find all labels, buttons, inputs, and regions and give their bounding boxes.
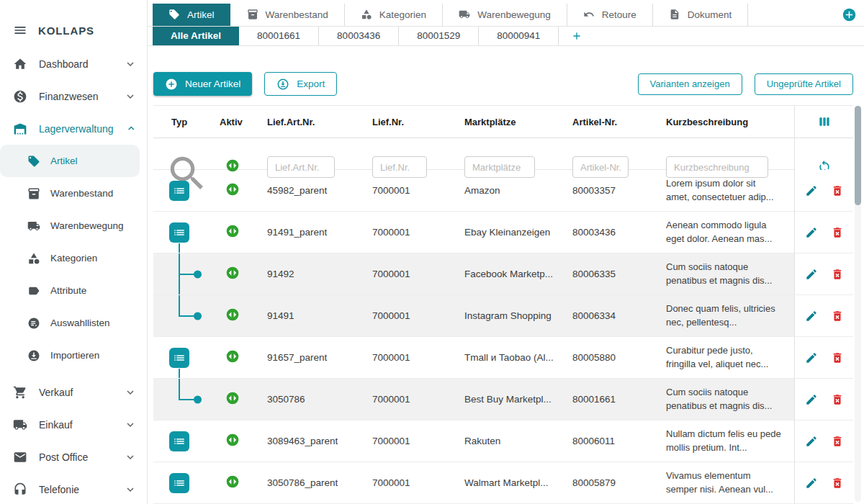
article-subtab[interactable]: 80001661 <box>239 27 318 45</box>
parent-article-list-icon[interactable] <box>169 348 189 368</box>
active-status-icon[interactable] <box>225 474 240 489</box>
article-subtab[interactable]: Alle Artikel <box>153 27 239 45</box>
tab-kategorien[interactable]: Kategorien <box>344 4 442 26</box>
category-icon <box>27 252 40 265</box>
table-row[interactable]: 3050786 7000001 Best Buy Marketpl... 800… <box>153 379 853 420</box>
table-row[interactable]: 45982_parent 7000001 Amazon 80003357 Lor… <box>153 170 853 212</box>
tag-icon <box>168 9 180 20</box>
delete-icon[interactable] <box>831 393 844 406</box>
sidebar-item-telefonie[interactable]: Telefonie <box>0 473 147 504</box>
delete-icon[interactable] <box>831 477 844 490</box>
table-row[interactable]: 91492 7000001 Facebook Marketp... 800063… <box>153 253 853 295</box>
sidebar-item-label: Lagerverwaltung <box>39 123 114 135</box>
parent-article-list-icon[interactable] <box>169 473 189 493</box>
sidebar-item-label: Warenbestand <box>50 188 140 199</box>
article-subtab[interactable]: 80003436 <box>318 27 398 45</box>
active-status-icon[interactable] <box>225 224 240 238</box>
edit-icon[interactable] <box>805 351 818 364</box>
lief-art-nr-cell: 91491_parent <box>256 227 361 238</box>
sidebar-item-einkauf[interactable]: Einkauf <box>0 408 147 441</box>
sidebar-item-auswahllisten[interactable]: Auswahllisten <box>0 307 147 339</box>
tree-node-dot <box>194 270 202 278</box>
sidebar-item-verkauf[interactable]: Verkauf <box>0 376 147 408</box>
parent-article-list-icon[interactable] <box>169 222 189 243</box>
sidebar-item-importieren[interactable]: Importieren <box>0 339 147 372</box>
active-status-icon[interactable] <box>225 349 240 364</box>
sidebar-item-warenbewegung[interactable]: Warenbewegung <box>0 210 147 242</box>
delete-icon[interactable] <box>831 268 844 281</box>
table-row[interactable]: 91491 7000001 Instagram Shopping 8000633… <box>153 295 853 337</box>
sidebar-item-label: Dashboard <box>39 58 112 70</box>
menu-icon[interactable] <box>13 23 27 37</box>
table-row[interactable]: 91657_parent 7000001 Tmall и Taobao (Al.… <box>153 337 853 379</box>
sidebar-item-label: Telefonie <box>39 484 112 495</box>
active-cell <box>210 182 256 199</box>
active-status-icon[interactable] <box>225 307 240 322</box>
delete-icon[interactable] <box>831 310 844 323</box>
chevron-up-icon <box>125 122 137 135</box>
tab-dokument[interactable]: Dokument <box>652 4 749 26</box>
unchecked-articles-button[interactable]: Ungeprüfte Artikel <box>755 73 853 95</box>
edit-icon[interactable] <box>805 393 818 406</box>
add-module-tab-button[interactable] <box>842 8 856 22</box>
row-actions-cell <box>794 420 853 462</box>
sidebar-item-kategorien[interactable]: Kategorien <box>0 242 147 274</box>
table-row[interactable]: 3089463_parent 7000001 Rakuten 80006011 … <box>153 420 853 462</box>
parent-article-list-icon[interactable] <box>169 431 189 451</box>
col-typ-header: Typ <box>153 117 210 127</box>
tab-artikel[interactable]: Artikel <box>153 4 230 26</box>
headset-icon <box>13 482 27 497</box>
edit-icon[interactable] <box>805 268 818 281</box>
add-article-tab-button[interactable] <box>558 27 595 45</box>
col-kurzbeschreibung-header: Kurzbeschreibung <box>654 117 794 127</box>
kurzbeschreibung-cell: Donec quam felis, ultricies nec, pellent… <box>654 302 794 328</box>
marktplatz-cell: Tmall и Taobao (Al... <box>453 352 561 363</box>
col-artikel-nr-header: Artikel-Nr. <box>561 117 654 127</box>
delete-icon[interactable] <box>831 226 844 239</box>
kurzbeschreibung-cell: Aenean commodo ligula eget dolor. Aenean… <box>654 219 794 245</box>
tab-warenbewegung[interactable]: Warenbewegung <box>442 4 567 26</box>
edit-icon[interactable] <box>805 226 818 239</box>
sidebar-item-artikel[interactable]: Artikel <box>0 145 140 177</box>
edit-icon[interactable] <box>805 184 818 197</box>
tab-warenbestand[interactable]: Warenbestand <box>230 4 344 26</box>
sidebar-item-lagerverwaltung[interactable]: Lagerverwaltung <box>0 112 147 145</box>
active-status-icon[interactable] <box>225 182 240 197</box>
tab-retoure[interactable]: Retoure <box>567 4 652 26</box>
scrollbar-thumb[interactable] <box>855 106 861 205</box>
edit-icon[interactable] <box>805 477 818 490</box>
active-status-icon[interactable] <box>225 433 240 447</box>
article-subtab[interactable]: 80000941 <box>478 27 558 45</box>
article-subtab[interactable]: 80001529 <box>398 27 478 45</box>
column-settings-icon[interactable] <box>817 114 832 129</box>
active-status-icon[interactable] <box>225 391 240 405</box>
table-scrollbar <box>855 106 861 502</box>
parent-article-list-icon[interactable] <box>169 181 189 201</box>
edit-icon[interactable] <box>805 310 818 323</box>
delete-icon[interactable] <box>831 351 844 364</box>
active-status-icon[interactable] <box>225 266 240 280</box>
artikel-nr-cell: 80006335 <box>561 269 654 279</box>
sidebar-item-warenbestand[interactable]: Warenbestand <box>0 177 147 210</box>
delete-icon[interactable] <box>831 184 844 197</box>
delete-icon[interactable] <box>831 435 844 448</box>
edit-icon[interactable] <box>805 435 818 448</box>
sidebar-item-finanzwesen[interactable]: Finanzwesen <box>0 80 147 112</box>
table-row[interactable]: 91491_parent 7000001 Ebay Kleinanzeigen … <box>153 212 853 253</box>
lief-nr-cell: 7000001 <box>361 477 453 488</box>
label-icon <box>27 284 40 297</box>
new-article-button[interactable]: Neuer Artikel <box>153 72 252 96</box>
button-label: Ungeprüfte Artikel <box>767 78 841 89</box>
mail-icon <box>13 450 27 464</box>
artikel-nr-cell: 80005880 <box>561 352 654 363</box>
sidebar-item-attribute[interactable]: Attribute <box>0 274 147 307</box>
sidebar-item-label: Finanzwesen <box>39 91 112 102</box>
show-variants-button[interactable]: Varianten anzeigen <box>638 73 742 95</box>
sidebar-item-dashboard[interactable]: Dashboard <box>0 48 147 80</box>
artikel-nr-cell: 80006011 <box>561 436 654 446</box>
tab-label: Warenbewegung <box>477 9 551 20</box>
lief-art-nr-cell: 91657_parent <box>256 352 361 363</box>
table-row[interactable]: 3050786_parent 7000001 Walmart Marketpl.… <box>153 462 853 504</box>
export-button[interactable]: Export <box>264 72 337 96</box>
sidebar-item-post-office[interactable]: Post Office <box>0 441 147 473</box>
